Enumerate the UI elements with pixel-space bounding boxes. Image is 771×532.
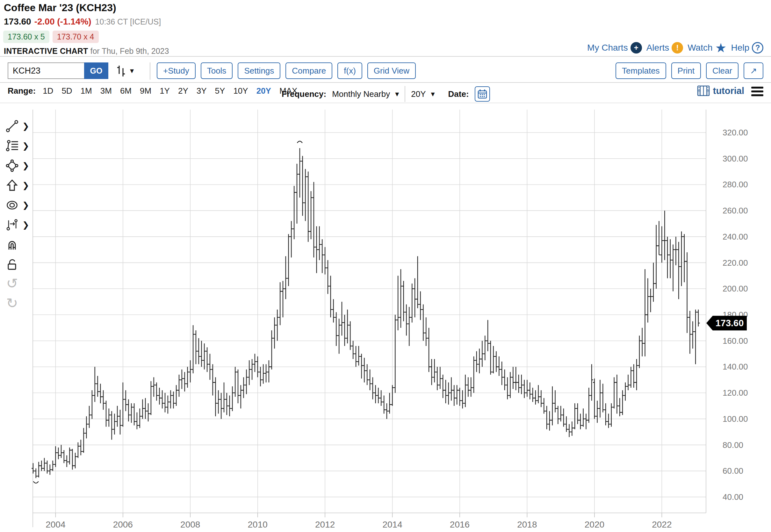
calendar-icon: [477, 89, 487, 99]
print-button[interactable]: Print: [671, 62, 701, 79]
alerts-label: Alerts: [646, 43, 669, 53]
last-price-tag: 173.60: [706, 316, 747, 330]
frequency-value: Monthly Nearby: [332, 89, 390, 99]
y-axis-label: 160.00: [723, 336, 748, 346]
range-option-1m[interactable]: 1M: [81, 86, 92, 96]
toolbar-button-grid-view[interactable]: Grid View: [367, 62, 416, 79]
tool-undo-button[interactable]: ↺: [5, 277, 29, 292]
toolbar-button-compare[interactable]: Compare: [285, 62, 332, 79]
x-axis-label: 2018: [517, 520, 537, 529]
span-dropdown[interactable]: 20Y ▾: [411, 89, 435, 99]
session-time: 10:36 CT [ICE/US]: [95, 17, 161, 26]
tool-arrow-up-button[interactable]: ❯: [5, 178, 29, 193]
chevron-right-icon: ❯: [22, 181, 29, 191]
chart-canvas[interactable]: 320.00300.00280.00260.00240.00220.00200.…: [0, 105, 771, 532]
chevron-down-icon: ▾: [130, 66, 134, 75]
gridlines: [33, 110, 706, 527]
toolbar-right-buttons: TemplatesPrintClear↗: [616, 62, 763, 79]
x-axis-label: 2010: [248, 520, 268, 529]
ask-badge: 173.70 x 4: [53, 31, 99, 43]
date-label: Date:: [448, 89, 469, 99]
range-option-9m[interactable]: 9M: [140, 86, 151, 96]
templates-button[interactable]: Templates: [616, 62, 666, 79]
clear-button[interactable]: Clear: [706, 62, 739, 79]
go-button[interactable]: GO: [84, 62, 108, 79]
menu-icon[interactable]: [751, 87, 763, 98]
toolbar-button-tools[interactable]: Tools: [201, 62, 233, 79]
my-charts-link[interactable]: My Charts+: [587, 42, 642, 54]
chevron-right-icon: ❯: [22, 200, 29, 210]
svg-text:↻: ↻: [6, 297, 18, 311]
range-option-3y[interactable]: 3Y: [197, 86, 207, 96]
undo-icon: ↺: [5, 277, 19, 291]
range-option-10y[interactable]: 10Y: [233, 86, 248, 96]
toolbar-button-settings[interactable]: Settings: [238, 62, 280, 79]
help-link[interactable]: Help?: [731, 42, 763, 54]
last-price: 173.60: [4, 17, 31, 26]
range-option-5y[interactable]: 5Y: [215, 86, 225, 96]
range-option-1d[interactable]: 1D: [43, 86, 53, 96]
quote-summary: 173.60-2.00 (-1.14%)10:36 CT [ICE/US]: [4, 17, 161, 27]
chart-type-dropdown[interactable]: ▾: [115, 64, 134, 77]
y-axis-label: 100.00: [723, 414, 748, 424]
expand-button[interactable]: ↗: [744, 62, 763, 79]
my-charts-label: My Charts: [587, 43, 628, 53]
help-label: Help: [731, 43, 749, 53]
x-axis-label: 2020: [585, 520, 604, 529]
symbol-input[interactable]: [8, 62, 84, 79]
chevron-right-icon: ❯: [22, 220, 29, 230]
y-axis-label: 320.00: [723, 128, 748, 137]
y-axis-labels: 320.00300.00280.00260.00240.00220.00200.…: [723, 128, 748, 502]
frequency-divider: [405, 86, 405, 102]
toolbar-button--study[interactable]: +Study: [157, 62, 196, 79]
tool-annotation-button[interactable]: ❯: [5, 138, 29, 154]
toolbar-divider: [150, 62, 150, 80]
rangebar-divider: [0, 103, 771, 103]
high-marker-icon: [297, 141, 302, 143]
tool-shapes-button[interactable]: ❯: [5, 158, 29, 173]
tool-ellipse-button[interactable]: ❯: [5, 198, 29, 213]
page-title: Coffee Mar '23 (KCH23): [4, 2, 116, 14]
last-price-tag-label: 173.60: [716, 318, 744, 328]
chevron-down-icon: ▾: [431, 90, 435, 98]
frequency-dropdown[interactable]: Monthly Nearby ▾: [332, 89, 399, 99]
tutorial-link[interactable]: tutorial: [697, 85, 744, 96]
range-option-20y[interactable]: 20Y: [256, 86, 271, 96]
toolbar-button-f-x-[interactable]: f(x): [337, 62, 362, 79]
tool-unlock-button[interactable]: [5, 257, 29, 272]
chevron-right-icon: ❯: [22, 141, 29, 151]
range-option-2y[interactable]: 2Y: [178, 86, 188, 96]
arrow-up-icon: [5, 178, 19, 192]
x-axis-label: 2022: [652, 520, 672, 529]
range-label: Range:: [8, 86, 36, 96]
frequency-label: Frequency:: [282, 89, 326, 99]
tutorial-label: tutorial: [713, 86, 744, 96]
calendar-button[interactable]: [475, 86, 490, 102]
y-axis-label: 280.00: [723, 180, 748, 189]
y-axis-label: 220.00: [723, 258, 748, 268]
alert-icon: !: [672, 42, 683, 54]
tool-measure-button[interactable]: ❯: [5, 217, 29, 233]
x-axis-label: 2012: [315, 520, 335, 529]
range-option-6m[interactable]: 6M: [120, 86, 132, 96]
redo-icon: ↻: [5, 297, 19, 311]
svg-text:↺: ↺: [6, 277, 18, 291]
tool-magnet-button[interactable]: [5, 237, 29, 252]
watch-link[interactable]: Watch★: [688, 42, 726, 54]
magnet-icon: [5, 238, 19, 252]
chevron-right-icon: ❯: [22, 161, 29, 171]
y-axis-label: 300.00: [723, 154, 748, 163]
x-axis-label: 2016: [450, 520, 470, 529]
range-option-5d[interactable]: 5D: [61, 86, 72, 96]
y-axis-label: 60.00: [723, 466, 743, 476]
tool-redo-button[interactable]: ↻: [5, 296, 29, 312]
x-axis-label: 2014: [382, 520, 402, 529]
range-option-1y[interactable]: 1Y: [160, 86, 170, 96]
star-icon: ★: [715, 42, 727, 54]
tool-trendline-button[interactable]: ❯: [5, 119, 29, 134]
alerts-link[interactable]: Alerts!: [646, 42, 683, 54]
range-option-3m[interactable]: 3M: [100, 86, 112, 96]
film-icon: [697, 85, 710, 96]
span-value: 20Y: [411, 89, 426, 99]
interactive-chart-label: INTERACTIVE CHART: [4, 47, 88, 55]
